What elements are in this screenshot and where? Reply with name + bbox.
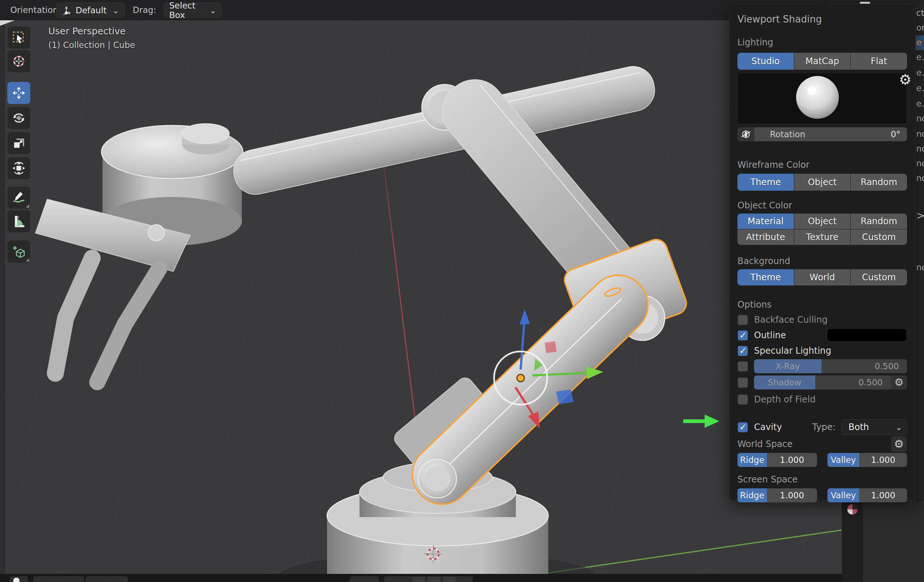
wireframe-object-button[interactable]: Object xyxy=(794,174,851,191)
outline-color-swatch[interactable] xyxy=(827,328,907,342)
xray-row: X-Ray 0.500 xyxy=(738,359,907,373)
cavity-type-dropdown[interactable]: Both xyxy=(842,419,907,435)
tool-rotate[interactable] xyxy=(7,107,30,129)
clipped-row: e. xyxy=(916,99,924,108)
depth-of-field-row: Depth of Field xyxy=(738,394,907,405)
backface-culling-label: Backface Culling xyxy=(754,314,827,325)
drag-dropdown[interactable]: Select Box xyxy=(164,3,222,18)
jump-end-button[interactable] xyxy=(443,577,456,582)
orientation-dropdown[interactable]: Default xyxy=(56,3,125,18)
world-ridge-label: Ridge xyxy=(738,453,767,467)
studiolight-settings-gear-icon[interactable]: ⚙ xyxy=(899,73,911,87)
tool-scale[interactable] xyxy=(7,132,30,154)
screen-ridge-value: 1.000 xyxy=(767,488,817,502)
rotation-label: Rotation xyxy=(770,127,805,141)
cursor-tool-icon xyxy=(12,54,26,68)
chevron-down-icon xyxy=(112,5,119,15)
annotate-pen-icon xyxy=(12,191,26,205)
background-world-button[interactable]: World xyxy=(794,269,851,286)
tool-add-cube[interactable] xyxy=(7,240,30,263)
objcolor-object-button[interactable]: Object xyxy=(794,213,851,229)
clipped-row: no xyxy=(916,129,924,139)
gripper-pin xyxy=(148,225,165,241)
clipped-row: no xyxy=(916,159,924,168)
cavity-checkbox[interactable] xyxy=(738,422,748,433)
specular-lighting-label: Specular Lighting xyxy=(754,346,832,356)
screen-ridge-label: Ridge xyxy=(738,488,767,502)
timeline-menu-button[interactable] xyxy=(33,576,84,582)
options-label: Options xyxy=(738,299,907,311)
outline-row: Outline xyxy=(738,330,907,341)
tool-annotate[interactable] xyxy=(7,187,30,209)
cavity-settings-gear-icon[interactable]: ⚙ xyxy=(891,436,907,452)
orientation-value: Default xyxy=(76,5,107,15)
world-ridge-slider[interactable]: Ridge 1.000 xyxy=(738,453,817,467)
objcolor-texture-button[interactable]: Texture xyxy=(794,230,851,245)
shadow-settings-gear-icon[interactable]: ⚙ xyxy=(891,375,907,390)
play-button[interactable] xyxy=(412,577,425,582)
clipped-row: no xyxy=(916,144,924,154)
wireframe-random-button[interactable]: Random xyxy=(851,174,907,191)
lighting-studio-button[interactable]: Studio xyxy=(738,53,794,70)
shadow-value: 0.500 xyxy=(858,375,883,390)
properties-tab-column[interactable] xyxy=(842,500,863,582)
lighting-label: Lighting xyxy=(738,37,907,48)
depth-of-field-checkbox[interactable] xyxy=(738,394,748,405)
backface-culling-checkbox[interactable] xyxy=(738,314,748,325)
specular-lighting-checkbox[interactable] xyxy=(738,346,748,356)
screen-valley-slider[interactable]: Valley 1.000 xyxy=(827,488,907,502)
world-valley-label: Valley xyxy=(827,453,859,467)
material-ball-icon[interactable] xyxy=(846,503,859,516)
tool-move[interactable] xyxy=(7,82,30,104)
drag-label: Drag: xyxy=(133,0,156,20)
viewport-mode-label: User Perspective xyxy=(48,26,135,36)
world-ridge-value: 1.000 xyxy=(767,453,817,467)
outline-checkbox[interactable] xyxy=(738,330,748,341)
frame-field[interactable] xyxy=(350,576,380,582)
drag-value: Select Box xyxy=(169,1,205,20)
chevron-down-icon xyxy=(210,5,216,15)
screen-ridge-slider[interactable]: Ridge 1.000 xyxy=(738,488,817,502)
clipped-row: e. xyxy=(916,52,924,62)
transform-icon xyxy=(12,161,26,175)
popover-title: Viewport Shading xyxy=(738,14,907,25)
tool-select-box[interactable] xyxy=(7,26,30,49)
xray-slider[interactable]: X-Ray 0.500 xyxy=(754,359,907,373)
tool-cursor[interactable] xyxy=(7,50,30,72)
objcolor-attribute-button[interactable]: Attribute xyxy=(738,230,794,245)
background-label: Background xyxy=(738,256,907,267)
clipped-row: e. xyxy=(916,83,924,93)
world-valley-slider[interactable]: Valley 1.000 xyxy=(827,453,907,467)
tool-transform[interactable] xyxy=(7,157,30,179)
objcolor-material-button[interactable]: Material xyxy=(738,213,794,229)
lighting-flat-button[interactable]: Flat xyxy=(851,53,907,70)
xray-value: 0.500 xyxy=(874,359,899,373)
screen-space-sliders: Ridge 1.000 Valley 1.000 xyxy=(738,488,907,502)
background-custom-button[interactable]: Custom xyxy=(851,269,907,286)
tool-measure[interactable] xyxy=(7,210,30,232)
expand-chevron-icon[interactable]: > xyxy=(916,210,924,222)
background-theme-button[interactable]: Theme xyxy=(738,269,794,286)
objcolor-random-button[interactable]: Random xyxy=(851,213,907,229)
studiolight-preview[interactable] xyxy=(738,73,907,124)
timeline-menu-button[interactable] xyxy=(86,576,128,582)
shadow-checkbox[interactable] xyxy=(738,377,748,388)
shadow-label: Shadow xyxy=(754,375,815,390)
timeline-header-bar xyxy=(0,574,924,582)
rotation-slider[interactable]: Rotation 0° xyxy=(738,127,907,141)
objcolor-custom-button[interactable]: Custom xyxy=(851,230,907,245)
wireframe-theme-button[interactable]: Theme xyxy=(738,174,794,191)
lighting-segmented: Studio MatCap Flat xyxy=(738,53,907,70)
play-reverse-button[interactable] xyxy=(428,577,440,582)
lighting-matcap-button[interactable]: MatCap xyxy=(794,53,851,70)
xray-checkbox[interactable] xyxy=(738,361,748,372)
add-cube-icon xyxy=(12,245,26,258)
tool-expand-indicator xyxy=(26,258,29,261)
cavity-type-value: Both xyxy=(848,422,869,432)
shadow-slider[interactable]: Shadow 0.500 ⚙ xyxy=(754,375,907,390)
screen-valley-value: 1.000 xyxy=(859,488,907,502)
object-color-grid: Material Object Random Attribute Texture… xyxy=(738,213,907,245)
background-segmented: Theme World Custom xyxy=(738,269,907,286)
world-icon[interactable] xyxy=(738,127,754,141)
clipped-row: ct xyxy=(916,8,924,18)
